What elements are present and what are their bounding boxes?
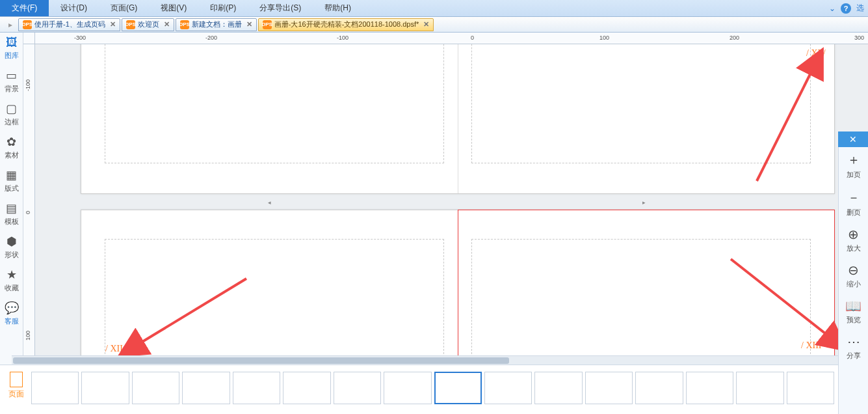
menu-print[interactable]: 印刷(P) bbox=[198, 0, 248, 16]
page-panel-tab[interactable]: 页面 bbox=[4, 368, 29, 411]
add-page-button[interactable]: ＋加页 bbox=[847, 151, 861, 180]
ruler-tick: 100 bbox=[25, 331, 31, 340]
tab-current-doc[interactable]: DPS 画册-大16开硬壳精装-文档200118-1008.dpsf* ✕ bbox=[258, 18, 434, 31]
left-sidebar: 🖼图库 ▭背景 ▢边框 ✿素材 ▦版式 ▤模板 ⬢形状 ★收藏 💬客服 bbox=[0, 33, 23, 365]
sidebar-shape[interactable]: ⬢形状 bbox=[1, 234, 23, 260]
menu-file[interactable]: 文件(F) bbox=[0, 0, 49, 16]
margin-left bbox=[105, 44, 444, 163]
page-thumb[interactable] bbox=[635, 372, 683, 404]
sidebar-support[interactable]: 💬客服 bbox=[1, 301, 23, 326]
svg-line-2 bbox=[731, 259, 828, 336]
main-area: 🖼图库 ▭背景 ▢边框 ✿素材 ▦版式 ▤模板 ⬢形状 ★收藏 💬客服 -300… bbox=[0, 33, 868, 365]
doc-icon: DPS bbox=[126, 20, 135, 29]
sidebar-label: 背景 bbox=[5, 84, 19, 94]
page-thumb[interactable] bbox=[334, 372, 381, 404]
sidebar-gallery[interactable]: 🖼图库 bbox=[1, 35, 23, 61]
sidebar-label: 模板 bbox=[5, 217, 19, 227]
page-thumb[interactable] bbox=[736, 372, 783, 404]
menu-page[interactable]: 页面(G) bbox=[99, 0, 149, 16]
page-thumb[interactable] bbox=[31, 372, 79, 404]
rp-label: 预览 bbox=[847, 315, 861, 325]
menu-help[interactable]: 帮助(H) bbox=[313, 0, 363, 16]
page-thumbnails bbox=[31, 368, 834, 411]
page-tab-label: 页面 bbox=[8, 389, 24, 400]
spread-top[interactable] bbox=[81, 44, 835, 194]
page-thumb[interactable] bbox=[484, 372, 532, 404]
page-thumb[interactable] bbox=[384, 372, 431, 404]
page-icon bbox=[10, 372, 23, 387]
handle-icon: ◂ bbox=[268, 199, 272, 203]
rp-label: 缩小 bbox=[847, 279, 861, 289]
book-icon: 📖 bbox=[845, 298, 861, 314]
zoom-in-button[interactable]: ⊕放大 bbox=[847, 227, 861, 253]
page-thumb[interactable] bbox=[585, 372, 633, 404]
ruler-tick: -100 bbox=[25, 79, 31, 91]
sidebar-background[interactable]: ▭背景 bbox=[1, 68, 23, 94]
help-icon[interactable]: ? bbox=[841, 3, 851, 14]
template-icon: ▤ bbox=[5, 201, 19, 215]
delete-page-button[interactable]: －删页 bbox=[847, 189, 861, 217]
ruler-corner bbox=[23, 33, 35, 44]
sidebar-label: 版式 bbox=[5, 184, 19, 193]
tab-new-doc[interactable]: DPS 新建文档：画册 ✕ bbox=[176, 18, 257, 31]
chevron-down-icon[interactable]: ⌄ bbox=[829, 4, 835, 13]
close-icon[interactable]: ✕ bbox=[423, 20, 429, 29]
sidebar-label: 收藏 bbox=[5, 283, 19, 293]
svg-line-1 bbox=[139, 279, 246, 344]
ruler-tick: 300 bbox=[854, 34, 864, 41]
menu-view[interactable]: 视图(V) bbox=[149, 0, 198, 16]
tab-manual[interactable]: DPS 使用手册-1、生成页码 ✕ bbox=[18, 18, 120, 31]
rp-label: 放大 bbox=[847, 243, 861, 253]
horizontal-scrollbar[interactable] bbox=[12, 355, 838, 365]
star-icon: ★ bbox=[5, 268, 19, 282]
ruler-tick: 0 bbox=[471, 34, 474, 41]
arrow-annotation bbox=[750, 57, 835, 189]
page-thumb[interactable] bbox=[81, 372, 129, 404]
svg-line-0 bbox=[757, 70, 812, 181]
rp-label: 删页 bbox=[847, 208, 861, 217]
grid-icon: ▦ bbox=[5, 168, 19, 182]
close-icon[interactable]: ✕ bbox=[110, 20, 116, 29]
tab-label: 使用手册-1、生成页码 bbox=[34, 20, 105, 29]
flower-icon: ✿ bbox=[5, 135, 19, 149]
close-icon[interactable]: ✕ bbox=[164, 20, 170, 29]
doc-icon: DPS bbox=[23, 20, 32, 29]
ruler-tick: 0 bbox=[25, 211, 31, 214]
ruler-tick: 200 bbox=[730, 34, 739, 41]
sidebar-favorite[interactable]: ★收藏 bbox=[1, 268, 23, 293]
sidebar-label: 图库 bbox=[5, 51, 19, 61]
sidebar-template[interactable]: ▤模板 bbox=[1, 201, 23, 227]
sidebar-layout[interactable]: ▦版式 bbox=[1, 168, 23, 193]
sidebar-label: 形状 bbox=[5, 250, 19, 260]
select-label[interactable]: 选 bbox=[856, 3, 864, 14]
page-thumb[interactable] bbox=[787, 372, 834, 404]
menu-export[interactable]: 分享导出(S) bbox=[248, 0, 313, 16]
tab-welcome[interactable]: DPS 欢迎页 ✕ bbox=[122, 18, 174, 31]
share-button[interactable]: ⋯分享 bbox=[847, 334, 861, 361]
play-icon[interactable]: ▸ bbox=[3, 20, 18, 29]
ruler-tick: 100 bbox=[599, 34, 609, 41]
menu-design[interactable]: 设计(D) bbox=[49, 0, 99, 16]
arrow-annotation bbox=[126, 272, 256, 359]
scrollbar-thumb[interactable] bbox=[13, 357, 509, 364]
page-thumb[interactable] bbox=[182, 372, 230, 404]
chat-icon: 💬 bbox=[5, 301, 19, 315]
background-icon: ▭ bbox=[5, 68, 19, 83]
preview-button[interactable]: 📖预览 bbox=[845, 298, 861, 325]
sidebar-label: 边框 bbox=[5, 117, 19, 127]
page-thumb[interactable] bbox=[132, 372, 179, 404]
page-thumb[interactable] bbox=[434, 372, 482, 404]
sidebar-border[interactable]: ▢边框 bbox=[1, 102, 23, 127]
canvas-inner[interactable]: / XI / ◂ ▸ / XII / / XIII bbox=[35, 44, 868, 365]
page-thumb[interactable] bbox=[233, 372, 280, 404]
page-thumb[interactable] bbox=[686, 372, 733, 404]
sidebar-material[interactable]: ✿素材 bbox=[1, 135, 23, 160]
sidebar-label: 客服 bbox=[5, 316, 19, 326]
zoom-out-icon: ⊖ bbox=[848, 262, 859, 278]
close-icon[interactable]: ✕ bbox=[246, 20, 252, 29]
canvas[interactable]: -300 -200 -100 0 100 200 300 -100 0 100 … bbox=[23, 33, 868, 365]
zoom-out-button[interactable]: ⊖缩小 bbox=[847, 262, 861, 289]
page-thumb[interactable] bbox=[534, 372, 582, 404]
page-thumb[interactable] bbox=[283, 372, 330, 404]
panel-close[interactable]: ✕ bbox=[838, 131, 868, 147]
